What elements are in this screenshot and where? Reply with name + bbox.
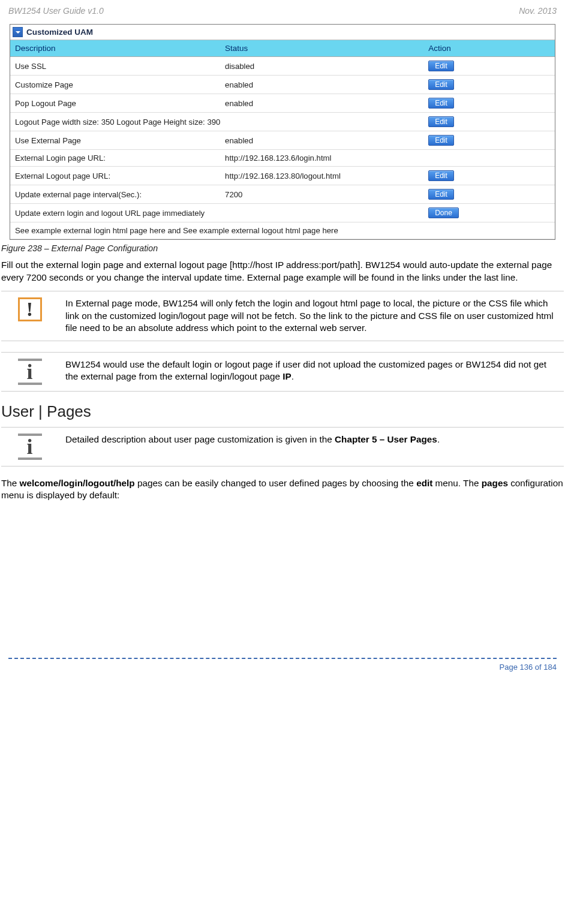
page-header: BW1254 User Guide v1.0 Nov. 2013 <box>0 0 565 17</box>
warning-text: In External page mode, BW1254 will only … <box>58 291 564 340</box>
row-status: enabled <box>220 131 423 150</box>
edit-button[interactable]: Edit <box>428 170 454 181</box>
edit-button[interactable]: Edit <box>428 61 454 71</box>
paragraph-2: The welcome/login/logout/help pages can … <box>1 477 564 502</box>
row-action: Edit <box>423 94 555 113</box>
row-status: disabled <box>220 57 423 76</box>
panel-title-text: Customized UAM <box>26 28 93 37</box>
edit-button[interactable]: Edit <box>428 189 454 200</box>
info-icon: i <box>18 434 42 460</box>
info-text-2: Detailed description about user page cus… <box>58 428 564 466</box>
done-button[interactable]: Done <box>428 207 459 218</box>
row-status: enabled <box>220 76 423 94</box>
edit-button[interactable]: Edit <box>428 79 454 90</box>
row-desc: Use SSL <box>10 57 220 76</box>
row-action <box>423 150 555 167</box>
table-row: Customize PageenabledEdit <box>10 76 555 94</box>
config-table: Description Status Action Use SSLdisable… <box>10 40 555 239</box>
row-action: Edit <box>423 185 555 204</box>
table-row: Pop Logout PageenabledEdit <box>10 94 555 113</box>
page-footer: Page 136 of 184 <box>0 661 565 680</box>
row-status: http://192.168.123.80/logout.html <box>220 167 423 185</box>
table-row: See example external login html page her… <box>10 222 555 239</box>
edit-button[interactable]: Edit <box>428 116 454 127</box>
row-desc: Pop Logout Page <box>10 94 220 113</box>
edit-button[interactable]: Edit <box>428 135 454 146</box>
row-full: See example external login html page her… <box>10 222 555 239</box>
table-row: External Login page URL:http://192.168.1… <box>10 150 555 167</box>
doc-title: BW1254 User Guide v1.0 <box>8 6 104 16</box>
info-callout-2: i Detailed description about user page c… <box>1 427 564 466</box>
row-action: Done <box>423 204 555 222</box>
row-desc: Logout Page width size: 350 Logout Page … <box>10 113 423 131</box>
figure-caption: Figure 238 – External Page Configuration <box>1 243 564 253</box>
collapse-icon[interactable] <box>13 27 23 37</box>
col-action: Action <box>423 40 555 57</box>
info-text-1: BW1254 would use the default login or lo… <box>58 353 564 391</box>
row-action: Edit <box>423 76 555 94</box>
row-status: 7200 <box>220 185 423 204</box>
panel-title-bar: Customized UAM <box>10 25 555 40</box>
warning-callout: ! In External page mode, BW1254 will onl… <box>1 291 564 341</box>
warning-icon: ! <box>18 297 42 321</box>
col-status: Status <box>220 40 423 57</box>
table-row: Update external page interval(Sec.):7200… <box>10 185 555 204</box>
row-action: Edit <box>423 167 555 185</box>
row-action: Edit <box>423 131 555 150</box>
doc-date: Nov. 2013 <box>519 6 557 16</box>
col-description: Description <box>10 40 220 57</box>
config-panel: Customized UAM Description Status Action… <box>10 24 555 240</box>
row-desc: Use External Page <box>10 131 220 150</box>
info-callout-1: i BW1254 would use the default login or … <box>1 352 564 392</box>
table-row: Use External PageenabledEdit <box>10 131 555 150</box>
edit-button[interactable]: Edit <box>428 98 454 109</box>
row-desc: External Logout page URL: <box>10 167 220 185</box>
footer-divider <box>8 658 557 659</box>
row-desc: Customize Page <box>10 76 220 94</box>
row-status: enabled <box>220 94 423 113</box>
section-heading: User | Pages <box>1 402 564 421</box>
row-action: Edit <box>423 113 555 131</box>
row-status: http://192.168.123.6/login.html <box>220 150 423 167</box>
row-desc: Update extern login and logout URL page … <box>10 204 423 222</box>
table-row: Logout Page width size: 350 Logout Page … <box>10 113 555 131</box>
table-row: External Logout page URL:http://192.168.… <box>10 167 555 185</box>
row-desc: Update external page interval(Sec.): <box>10 185 220 204</box>
info-icon: i <box>18 359 42 385</box>
paragraph-1: Fill out the external login page and ext… <box>1 259 564 284</box>
row-action: Edit <box>423 57 555 76</box>
row-desc: External Login page URL: <box>10 150 220 167</box>
table-row: Update extern login and logout URL page … <box>10 204 555 222</box>
table-row: Use SSLdisabledEdit <box>10 57 555 76</box>
